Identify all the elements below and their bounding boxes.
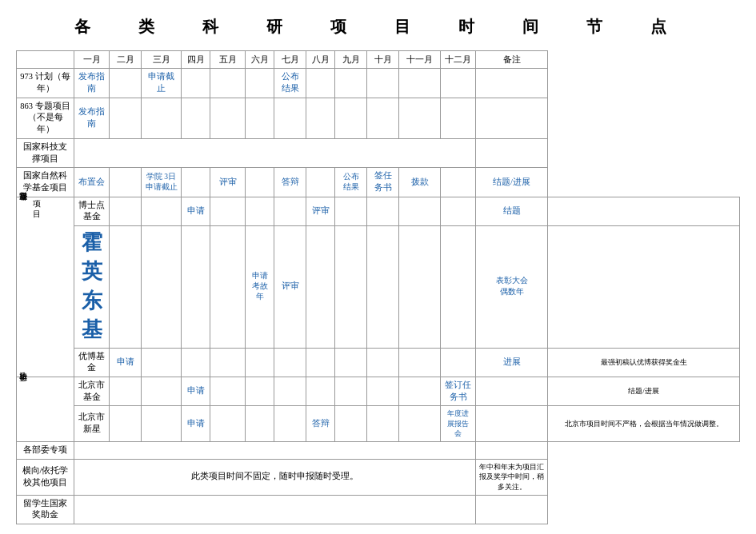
cell-boshidian-jun	[274, 197, 306, 225]
cell-huo-sep	[367, 225, 399, 348]
cell-bjjijin-jan	[110, 377, 142, 405]
cell-huo-may: 申请考故年	[246, 225, 274, 348]
cell-ziran-mar: 学院 3日申请截止	[142, 168, 182, 197]
cell-huo-apr	[210, 225, 246, 348]
cell-huo-jul	[306, 225, 335, 348]
cell-863-nov	[399, 98, 441, 138]
cell-youbo-apr	[210, 348, 246, 377]
cell-ziran-jun	[246, 168, 274, 197]
row-label-liuxue: 留学生国家奖助金	[17, 495, 74, 524]
cell-ziran-jul: 答辩	[274, 168, 306, 197]
cell-xinxing-mar: 申请	[182, 406, 210, 442]
table-row: 霍英东基 申请考故年 评审 表彰大会偶数年	[17, 225, 740, 348]
col-header-jan: 一月	[74, 51, 110, 69]
table-row: 教育部基金 项目 博士点基金 申请 评审 结题	[17, 197, 740, 225]
cell-863-jun	[246, 98, 274, 138]
cell-xinxing-note: 北京市项目时间不严格，会根据当年情况做调整。	[548, 406, 740, 442]
table-row: 北京市新星 申请 答辩 年度进展报告会 北京市项目时间不严格，会根据当年情况做调…	[17, 406, 740, 442]
row-label-jybz: 教育部基金 项目	[17, 197, 74, 377]
cell-buwei-empty	[74, 442, 476, 460]
cell-xinxing-jan	[110, 406, 142, 442]
cell-boshidian-nov	[441, 197, 476, 225]
cell-boshidian-aug	[335, 197, 367, 225]
cell-973-feb	[110, 69, 142, 98]
cell-bjjijin-aug	[335, 377, 367, 405]
cell-huo-aug	[335, 225, 367, 348]
col-header-may: 五月	[210, 51, 246, 69]
cell-boshidian-feb	[142, 197, 182, 225]
cell-973-sep	[335, 69, 367, 98]
cell-xinxing-feb	[142, 406, 182, 442]
cell-973-jan: 发布指南	[74, 69, 110, 98]
col-header-jul: 七月	[274, 51, 306, 69]
row-label-hengxiang: 横向/依托学校其他项目	[17, 459, 74, 495]
cell-youbo-may	[246, 348, 274, 377]
row-label-973: 973 计划（每年）	[17, 69, 74, 98]
table-header-row: 一月 二月 三月 四月 五月 六月 七月 八月 九月 十月 十一月 十二月 备注	[17, 51, 740, 69]
table-row: 各部委专项	[17, 442, 740, 460]
cell-863-dec	[441, 98, 476, 138]
cell-973-apr	[182, 69, 210, 98]
cell-973-nov	[399, 69, 441, 98]
cell-bjjijin-nov: 签订任务书	[441, 377, 476, 405]
cell-973-jul: 公布结果	[274, 69, 306, 98]
cell-ziran-nov: 拨款	[399, 168, 441, 197]
cell-xinxing-dec	[476, 406, 548, 442]
table-row: 国家科技支撑项目	[17, 138, 740, 167]
col-header-category	[17, 51, 74, 69]
cell-863-mar	[142, 98, 182, 138]
cell-bjjijin-feb	[142, 377, 182, 405]
table-row: 横向/依托学校其他项目 此类项目时间不固定，随时申报随时受理。 年中和年末为项目…	[17, 459, 740, 495]
cell-youbo-oct	[399, 348, 441, 377]
table-row: 留学生国家奖助金	[17, 495, 740, 524]
cell-863-note	[476, 98, 548, 138]
cell-ziran-oct: 签任务书	[367, 168, 399, 197]
cell-ziran-dec	[441, 168, 476, 197]
col-header-nov: 十一月	[399, 51, 441, 69]
cell-huo-jan	[110, 225, 142, 348]
cell-hengxiang-content: 此类项目时间不固定，随时申报随时受理。	[74, 459, 476, 495]
cell-boshidian-oct	[399, 197, 441, 225]
cell-youbo-note: 最强初稿认优博获得奖金生	[548, 348, 740, 377]
page-title: 各 类 科 研 项 目 时 间 节 点	[16, 16, 740, 38]
cell-huo-note	[548, 225, 740, 348]
col-header-feb: 二月	[110, 51, 142, 69]
row-label-keji: 国家科技支撑项目	[17, 138, 74, 167]
cell-ziran-may: 评审	[210, 168, 246, 197]
cell-boshidian-jan	[110, 197, 142, 225]
cell-xinxing-nov: 年度进展报告会	[441, 406, 476, 442]
cell-hengxiang-note: 年中和年末为项目汇报及奖学中时间，稍多关注。	[476, 459, 548, 495]
cell-xinxing-apr	[210, 406, 246, 442]
row-label-ziran: 国家自然科学基金项目	[17, 168, 74, 197]
table-row: 省市项目 北京市基金 申请 签订任务书 结题/进展	[17, 377, 740, 405]
row-label-boshidian: 博士点基金	[74, 197, 110, 225]
cell-boshidian-jul: 评审	[306, 197, 335, 225]
row-label-bjshi: 省市项目	[17, 377, 74, 441]
cell-boshidian-may	[246, 197, 274, 225]
cell-boshidian-mar: 申请	[182, 197, 210, 225]
cell-huo-mar	[182, 225, 210, 348]
col-header-sep: 九月	[335, 51, 367, 69]
cell-xinxing-oct	[399, 406, 441, 442]
cell-xinxing-aug	[335, 406, 367, 442]
cell-youbo-jul	[306, 348, 335, 377]
col-header-jun: 六月	[246, 51, 274, 69]
cell-973-aug	[306, 69, 335, 98]
cell-buwei-note	[476, 442, 548, 460]
cell-huo-dec: 表彰大会偶数年	[476, 225, 548, 348]
cell-863-jan: 发布指南	[74, 98, 110, 138]
cell-bjjijin-sep	[367, 377, 399, 405]
col-header-apr: 四月	[182, 51, 210, 69]
cell-youbo-mar	[182, 348, 210, 377]
cell-973-jun	[246, 69, 274, 98]
cell-xinxing-jul: 答辩	[306, 406, 335, 442]
cell-boshidian-dec: 结题	[476, 197, 548, 225]
col-header-oct: 十月	[367, 51, 399, 69]
cell-keji-note	[476, 138, 548, 167]
cell-boshidian-note	[548, 197, 740, 225]
row-label-bjjijin: 北京市基金	[74, 377, 110, 405]
cell-973-oct	[367, 69, 399, 98]
cell-youbo-aug	[335, 348, 367, 377]
cell-bjjijin-dec	[476, 377, 548, 405]
row-label-buwei: 各部委专项	[17, 442, 74, 460]
